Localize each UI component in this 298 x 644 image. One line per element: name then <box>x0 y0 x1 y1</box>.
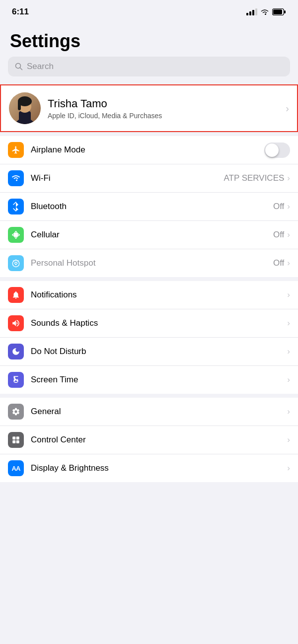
settings-row-controlcenter[interactable]: Control Center › <box>0 426 298 454</box>
svg-rect-8 <box>19 111 31 124</box>
search-bar[interactable]: Search <box>8 57 290 76</box>
search-icon <box>15 63 23 71</box>
bluetooth-label: Bluetooth <box>31 202 273 212</box>
sounds-chevron: › <box>287 318 290 328</box>
settings-row-general[interactable]: General › <box>0 398 298 426</box>
settings-row-display[interactable]: AA Display & Brightness › <box>0 454 298 482</box>
display-chevron: › <box>287 463 290 473</box>
wifi-status-icon <box>260 8 269 15</box>
hotspot-chevron: › <box>287 258 290 268</box>
avatar-image <box>9 92 41 124</box>
notifications-chevron: › <box>287 290 290 300</box>
svg-rect-2 <box>273 9 282 14</box>
donotdisturb-icon <box>8 344 24 359</box>
svg-rect-16 <box>16 436 19 439</box>
settings-row-notifications[interactable]: Notifications › <box>0 281 298 309</box>
settings-row-bluetooth[interactable]: Bluetooth Off › <box>0 193 298 221</box>
profile-info: Trisha Tamo Apple ID, iCloud, Media & Pu… <box>48 97 286 120</box>
settings-row-donotdisturb[interactable]: Do Not Disturb › <box>0 338 298 366</box>
bluetooth-icon <box>8 199 24 215</box>
display-label: Display & Brightness <box>31 463 287 473</box>
svg-point-13 <box>15 264 17 265</box>
signal-icon <box>246 8 257 15</box>
status-time: 6:11 <box>12 7 29 17</box>
settings-row-screentime[interactable]: Screen Time › <box>0 366 298 394</box>
profile-chevron: › <box>286 103 289 114</box>
display-icon-text: AA <box>12 465 20 472</box>
airplane-icon <box>8 142 24 158</box>
settings-group-connectivity: Airplane Mode Wi-Fi ATP SERVICES › Bluet… <box>0 136 298 277</box>
screentime-icon <box>8 372 24 388</box>
donotdisturb-chevron: › <box>287 347 290 357</box>
status-bar: 6:11 <box>0 0 298 21</box>
display-icon: AA <box>8 460 24 476</box>
cellular-label: Cellular <box>31 230 273 240</box>
search-placeholder: Search <box>27 62 54 72</box>
status-icons <box>246 8 286 15</box>
cellular-icon <box>8 227 24 243</box>
sounds-icon <box>8 315 24 331</box>
svg-rect-17 <box>12 440 15 443</box>
hotspot-value: Off <box>273 258 284 268</box>
wifi-value: ATP SERVICES <box>224 173 284 183</box>
svg-line-4 <box>20 68 22 70</box>
settings-row-cellular[interactable]: Cellular Off › <box>0 221 298 249</box>
profile-name: Trisha Tamo <box>48 97 286 110</box>
svg-rect-1 <box>284 10 286 13</box>
controlcenter-chevron: › <box>287 435 290 445</box>
screentime-chevron: › <box>287 375 290 385</box>
bluetooth-chevron: › <box>287 202 290 212</box>
bluetooth-value: Off <box>273 202 284 212</box>
settings-row-hotspot[interactable]: Personal Hotspot Off › <box>0 249 298 277</box>
airplane-label: Airplane Mode <box>31 145 264 155</box>
wifi-icon <box>8 170 24 186</box>
cellular-value: Off <box>273 230 284 240</box>
hotspot-icon <box>8 255 24 271</box>
battery-icon <box>272 8 286 15</box>
avatar <box>9 92 41 124</box>
donotdisturb-label: Do Not Disturb <box>31 347 287 357</box>
airplane-toggle[interactable] <box>264 143 290 158</box>
svg-rect-15 <box>12 436 15 439</box>
controlcenter-icon <box>8 432 24 448</box>
settings-group-system: General › Control Center › AA Display & … <box>0 398 298 482</box>
general-chevron: › <box>287 407 290 417</box>
wifi-chevron: › <box>287 173 290 183</box>
settings-row-airplane[interactable]: Airplane Mode <box>0 136 298 164</box>
profile-card[interactable]: Trisha Tamo Apple ID, iCloud, Media & Pu… <box>1 85 297 131</box>
controlcenter-label: Control Center <box>31 435 287 445</box>
settings-row-sounds[interactable]: Sounds & Haptics › <box>0 309 298 338</box>
settings-group-notifications: Notifications › Sounds & Haptics › Do No… <box>0 281 298 394</box>
sounds-label: Sounds & Haptics <box>31 318 287 328</box>
general-label: General <box>31 407 287 417</box>
profile-section: Trisha Tamo Apple ID, iCloud, Media & Pu… <box>0 84 298 132</box>
general-icon <box>8 404 24 420</box>
notifications-icon <box>8 287 24 303</box>
profile-subtitle: Apple ID, iCloud, Media & Purchases <box>48 112 286 120</box>
svg-rect-18 <box>16 440 19 443</box>
settings-row-wifi[interactable]: Wi-Fi ATP SERVICES › <box>0 164 298 193</box>
screentime-label: Screen Time <box>31 375 287 385</box>
cellular-chevron: › <box>287 230 290 240</box>
hotspot-label: Personal Hotspot <box>31 258 273 268</box>
svg-rect-11 <box>18 101 21 110</box>
page-title: Settings <box>0 21 298 57</box>
notifications-label: Notifications <box>31 290 287 300</box>
wifi-label: Wi-Fi <box>31 173 224 183</box>
